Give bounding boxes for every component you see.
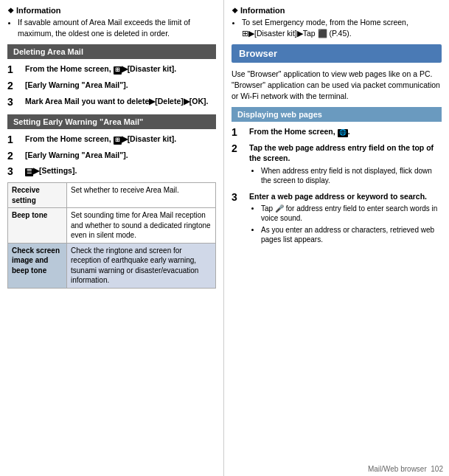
step-disp-2-bullets: When address entry field is not displaye…: [249, 166, 442, 186]
table-cell-receive-value: Set whether to receive Area Mail.: [67, 183, 216, 208]
browser-desc-2: "Browser" application can be used via pa…: [232, 80, 442, 101]
info-list-1: If savable amount of Area Mail exceeds t…: [7, 17, 216, 38]
step-del-1: 1 From the Home screen, ⊞▶[Disaster kit]…: [7, 63, 216, 76]
home-icon-emerg: ⊞: [242, 29, 248, 38]
displaying-steps: 1 From the Home screen, 🌐. 2 Tap the web…: [232, 126, 442, 246]
step-del-3-text: Mark Area Mail you want to delete▶[Delet…: [25, 96, 208, 106]
footer-page: 102: [431, 465, 443, 473]
step-disp-1-text: From the Home screen, 🌐.: [249, 126, 350, 137]
step-disp-3-bullets: Tap 🎤 for address entry field to enter s…: [249, 204, 442, 245]
step-set-3-number: 3: [7, 165, 22, 178]
table-row-check: Check screen image and beep tone Check t…: [8, 243, 216, 288]
step-disp-2-bullet-1: When address entry field is not displaye…: [261, 166, 442, 186]
table-cell-check-label: Check screen image and beep tone: [8, 243, 67, 288]
step-del-1-number: 1: [7, 63, 22, 76]
menu-icon-set: ☰: [25, 168, 33, 176]
info-title-1: Information: [7, 6, 216, 15]
step-disp-3-bullet-2: As you enter an address or characters, r…: [261, 225, 442, 245]
setting-section-header: Setting Early Warning "Area Mail": [7, 114, 216, 129]
emerg-icon: ⬛: [318, 29, 327, 38]
info-block-1: Information If savable amount of Area Ma…: [7, 6, 216, 38]
step-set-3: 3 ☰▶[Settings].: [7, 165, 216, 178]
footer-bar: Mail/Web browser 102: [224, 462, 449, 476]
info-item-2: To set Emergency mode, from the Home scr…: [242, 17, 442, 38]
browser-desc-1: Use "Browser" application to view web pa…: [232, 69, 442, 80]
browser-desc: Use "Browser" application to view web pa…: [232, 69, 442, 101]
info-title-text-1: Information: [16, 6, 61, 15]
table-cell-receive-label: Receive setting: [8, 183, 67, 208]
step-set-2: 2 [Early Warning "Area Mail"].: [7, 150, 216, 162]
info-title-2: Information: [232, 6, 442, 15]
step-del-1-text: From the Home screen, ⊞▶[Disaster kit].: [25, 63, 176, 75]
step-del-2-number: 2: [7, 80, 22, 92]
info-item-1: If savable amount of Area Mail exceeds t…: [18, 17, 216, 38]
step-disp-3-number: 3: [232, 191, 246, 204]
step-disp-3-text: Enter a web page address or keyword to s…: [249, 192, 427, 201]
home-icon-set: ⊞: [114, 137, 122, 145]
table-cell-beep-label: Beep tone: [8, 208, 67, 244]
step-disp-3: 3 Enter a web page address or keyword to…: [232, 191, 442, 246]
displaying-header: Displaying web pages: [232, 107, 442, 122]
step-del-2: 2 [Early Warning "Area Mail"].: [7, 80, 216, 92]
table-cell-check-value: Check the ringtone and screen for recept…: [67, 243, 216, 288]
step-del-3: 3 Mark Area Mail you want to delete▶[Del…: [7, 96, 216, 108]
step-set-2-text: [Early Warning "Area Mail"].: [25, 150, 128, 160]
step-set-2-number: 2: [7, 150, 22, 162]
step-set-1-number: 1: [7, 134, 22, 146]
step-disp-2-content: Tap the web page address entry field on …: [249, 142, 442, 187]
info-list-2: To set Emergency mode, from the Home scr…: [232, 17, 442, 38]
step-disp-1: 1 From the Home screen, 🌐.: [232, 126, 442, 139]
info-block-2: Information To set Emergency mode, from …: [232, 6, 442, 38]
step-disp-2-text: Tap the web page address entry field on …: [249, 143, 434, 162]
browser-header: Browser: [232, 44, 442, 63]
footer-label: Mail/Web browser: [368, 465, 427, 473]
settings-table: Receive setting Set whether to receive A…: [7, 182, 216, 289]
right-column: Information To set Emergency mode, from …: [224, 0, 449, 476]
step-del-2-text: [Early Warning "Area Mail"].: [25, 80, 128, 90]
table-row-beep: Beep tone Set sounding time for Area Mai…: [8, 208, 216, 244]
step-disp-2-number: 2: [232, 142, 246, 155]
info-title-text-2: Information: [240, 6, 285, 15]
table-cell-beep-value: Set sounding time for Area Mail receptio…: [67, 208, 216, 244]
voice-icon: 🎤: [275, 204, 284, 213]
step-set-1-text: From the Home screen, ⊞▶[Disaster kit].: [25, 134, 176, 145]
step-disp-1-number: 1: [232, 126, 246, 139]
left-column: Information If savable amount of Area Ma…: [0, 0, 224, 476]
step-disp-3-bullet-1: Tap 🎤 for address entry field to enter s…: [261, 204, 442, 224]
step-disp-3-content: Enter a web page address or keyword to s…: [249, 191, 442, 246]
deleting-steps: 1 From the Home screen, ⊞▶[Disaster kit]…: [7, 63, 216, 108]
browser-app-icon: 🌐: [338, 129, 348, 137]
setting-steps: 1 From the Home screen, ⊞▶[Disaster kit]…: [7, 134, 216, 178]
step-disp-2: 2 Tap the web page address entry field o…: [232, 142, 442, 187]
step-set-1: 1 From the Home screen, ⊞▶[Disaster kit]…: [7, 134, 216, 146]
home-icon-del: ⊞: [114, 66, 122, 75]
step-del-3-number: 3: [7, 96, 22, 108]
step-set-3-text: ☰▶[Settings].: [25, 165, 77, 176]
table-row-receive: Receive setting Set whether to receive A…: [8, 183, 216, 208]
deleting-section-header: Deleting Area Mail: [7, 44, 216, 59]
